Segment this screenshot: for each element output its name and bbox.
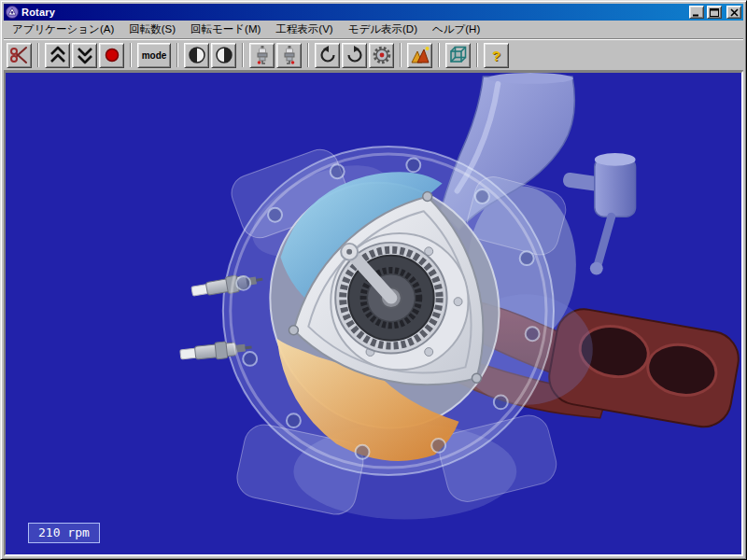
spark-plug-leading-button[interactable] xyxy=(249,43,275,68)
minimize-icon xyxy=(692,8,701,17)
rotor-swirl-ccw-icon xyxy=(317,44,339,66)
title-bar[interactable]: Rotary xyxy=(4,4,743,21)
eccentric-shaft-gear xyxy=(335,243,446,354)
stop-button[interactable] xyxy=(99,43,124,68)
toolbar-separator xyxy=(37,43,39,67)
rpm-readout: 210 rpm xyxy=(28,523,100,543)
close-button[interactable] xyxy=(726,6,741,19)
toolbar-separator xyxy=(476,43,478,67)
window-title: Rotary xyxy=(21,7,686,18)
toolbar-separator xyxy=(242,43,244,67)
ignition-display-icon xyxy=(409,44,431,66)
menu-process-display[interactable]: 工程表示(V) xyxy=(268,20,340,39)
help-button[interactable]: ? xyxy=(484,43,509,68)
maximize-button[interactable] xyxy=(707,6,722,19)
menu-help[interactable]: ヘルプ(H) xyxy=(425,20,487,39)
app-icon xyxy=(6,6,19,19)
menu-rotation-speed[interactable]: 回転数(S) xyxy=(121,20,183,39)
speed-down-button[interactable] xyxy=(72,43,97,68)
toolbar-separator xyxy=(438,43,440,67)
app-window: Rotary アプリケーション(A) 回転数(S) 回転モード(M) 工程表示(… xyxy=(0,0,747,560)
rotation-phase-right-button[interactable] xyxy=(211,43,236,68)
model-cube-button[interactable] xyxy=(445,43,471,68)
render-viewport[interactable]: 210 rpm xyxy=(4,71,743,556)
cut-scissors-icon xyxy=(8,44,31,66)
close-icon xyxy=(730,8,739,17)
rotary-engine-model xyxy=(6,73,741,554)
ignition-display-button[interactable] xyxy=(407,43,432,68)
rotor-swirl-cw-icon xyxy=(344,44,366,66)
cut-button[interactable] xyxy=(7,43,32,68)
toolbar-separator xyxy=(130,43,132,67)
minimize-button[interactable] xyxy=(689,6,704,19)
toolbar-separator xyxy=(400,43,402,67)
menu-model-display[interactable]: モデル表示(D) xyxy=(341,20,425,39)
mode-button[interactable]: mode xyxy=(137,43,171,68)
speed-up-icon xyxy=(47,44,69,66)
rotor-swirl-ccw-button[interactable] xyxy=(315,43,340,68)
toolbar-separator xyxy=(176,43,178,67)
rotation-phase-left-button[interactable] xyxy=(184,43,209,68)
speed-up-button[interactable] xyxy=(45,43,70,68)
mode-button-label: mode xyxy=(142,50,167,61)
model-cube-icon xyxy=(447,44,470,66)
speed-down-icon xyxy=(74,44,96,66)
gear-display-button[interactable] xyxy=(369,43,394,68)
spark-plug-leading-icon xyxy=(251,44,274,66)
menu-rotation-mode[interactable]: 回転モード(M) xyxy=(183,20,268,39)
menu-bar: アプリケーション(A) 回転数(S) 回転モード(M) 工程表示(V) モデル表… xyxy=(4,21,743,39)
maximize-icon xyxy=(710,8,719,17)
rotor-swirl-cw-button[interactable] xyxy=(342,43,367,68)
help-icon: ? xyxy=(492,49,500,63)
toolbar: mode xyxy=(4,39,743,71)
rotation-phase-left-icon xyxy=(186,44,208,66)
menu-application[interactable]: アプリケーション(A) xyxy=(5,20,121,39)
spark-plug-trailing-icon xyxy=(278,44,301,66)
spark-plug-trailing-button[interactable] xyxy=(276,43,302,68)
rotation-phase-right-icon xyxy=(213,44,235,66)
toolbar-separator xyxy=(307,43,309,67)
gear-display-icon xyxy=(371,44,393,66)
stop-record-icon xyxy=(101,44,123,66)
